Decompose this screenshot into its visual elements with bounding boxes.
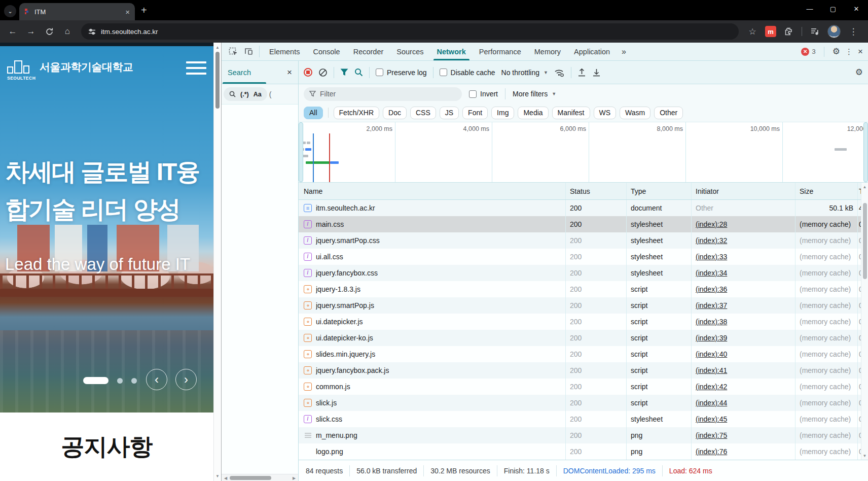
match-case-toggle[interactable]: Aa <box>254 91 262 98</box>
bookmark-star-icon[interactable]: ☆ <box>745 24 760 39</box>
column-header-initiator[interactable]: Initiator <box>692 183 795 199</box>
table-row[interactable]: ‹›common.js200script(index):42(memory ca… <box>299 379 868 395</box>
table-row[interactable]: ‹›jquery-1.8.3.js200script(index):36(mem… <box>299 281 868 297</box>
search-close-icon[interactable]: × <box>287 67 292 78</box>
tab-memory[interactable]: Memory <box>528 43 567 60</box>
request-initiator-link[interactable]: (index):75 <box>696 431 727 439</box>
table-row[interactable]: ‹›slides.min.jquery.js200script(index):4… <box>299 346 868 362</box>
request-initiator-link[interactable]: (index):37 <box>696 301 727 310</box>
request-initiator-link[interactable]: (index):39 <box>696 334 727 342</box>
filter-funnel-icon[interactable] <box>340 68 348 76</box>
chip-css[interactable]: CSS <box>410 107 436 119</box>
chip-doc[interactable]: Doc <box>383 107 407 119</box>
table-row[interactable]: /jquery.fancybox.css200stylesheet(index)… <box>299 265 868 281</box>
search-network-icon[interactable] <box>354 68 363 77</box>
request-initiator-link[interactable]: (index):32 <box>696 236 727 245</box>
preserve-log-checkbox[interactable]: Preserve log <box>376 68 427 77</box>
reading-list-icon[interactable] <box>807 24 822 39</box>
window-minimize-button[interactable]: — <box>798 0 821 17</box>
carousel-prev-button[interactable]: ‹ <box>146 369 167 390</box>
scrollbar-thumb[interactable] <box>215 52 220 109</box>
extension-m-icon[interactable]: m <box>765 26 776 37</box>
request-initiator-link[interactable]: (index):28 <box>696 220 727 228</box>
back-icon[interactable]: ← <box>5 24 20 39</box>
scrollbar-up-arrow-icon[interactable]: ▲ <box>214 44 221 51</box>
invert-checkbox[interactable]: Invert <box>469 90 498 98</box>
chip-ws[interactable]: WS <box>594 107 617 119</box>
window-maximize-button[interactable]: ▢ <box>821 0 845 17</box>
chip-wasm[interactable]: Wasm <box>620 107 650 119</box>
column-header-status[interactable]: Status <box>566 183 627 199</box>
reload-icon[interactable] <box>42 24 57 39</box>
filter-input[interactable]: Filter <box>304 87 462 101</box>
export-har-icon[interactable] <box>592 68 601 77</box>
request-initiator-link[interactable]: (index):36 <box>696 285 727 293</box>
window-close-button[interactable]: ✕ <box>845 0 868 17</box>
devtools-settings-gear-icon[interactable]: ⚙ <box>833 46 840 57</box>
site-settings-icon[interactable] <box>88 28 96 36</box>
chip-all[interactable]: All <box>304 107 323 119</box>
carousel-next-button[interactable]: › <box>175 369 197 390</box>
carousel-indicator[interactable] <box>131 378 137 384</box>
search-input[interactable]: (.*) Aa <box>224 87 267 101</box>
console-error-badge[interactable]: ✕ 3 <box>801 48 816 56</box>
chip-js[interactable]: JS <box>440 107 459 119</box>
request-initiator-link[interactable]: (index):76 <box>696 448 727 456</box>
chip-fetchxhr[interactable]: Fetch/XHR <box>334 107 379 119</box>
table-vertical-scrollbar[interactable]: ▲ ▼ <box>861 183 868 460</box>
table-row[interactable]: ‹›ui.datepicker.js200script(index):38(me… <box>299 314 868 330</box>
table-row[interactable]: m_menu.png200png(index):75(memory cache)… <box>299 427 868 443</box>
browser-tab[interactable]: ITM × <box>19 3 135 20</box>
scrollbar-left-arrow-icon[interactable]: ◀ <box>223 474 229 481</box>
tab-application[interactable]: Application <box>567 43 617 60</box>
page-vertical-scrollbar[interactable]: ▲ ▼ <box>213 43 221 481</box>
scrollbar-up-arrow-icon[interactable]: ▲ <box>861 183 868 190</box>
table-row[interactable]: ‹›jquery.smartPop.js200script(index):37(… <box>299 297 868 314</box>
request-initiator-link[interactable]: (index):38 <box>696 318 727 326</box>
request-initiator-link[interactable]: (index):41 <box>696 366 727 374</box>
request-initiator-link[interactable]: (index):34 <box>696 269 727 277</box>
tab-elements[interactable]: Elements <box>263 43 306 60</box>
carousel-indicator[interactable] <box>117 378 123 384</box>
chip-media[interactable]: Media <box>518 107 548 119</box>
timeline-range-handle-right[interactable] <box>863 122 868 182</box>
address-bar[interactable]: itm.seoultech.ac.kr <box>81 23 739 40</box>
column-header-type[interactable]: Type <box>627 183 692 199</box>
devtools-close-icon[interactable]: × <box>858 47 863 57</box>
tab-performance[interactable]: Performance <box>473 43 528 60</box>
throttling-dropdown[interactable]: No throttling ▼ <box>501 68 548 77</box>
table-row[interactable]: /ui.all.css200stylesheet(index):33(memor… <box>299 249 868 265</box>
inspect-element-icon[interactable] <box>226 43 241 60</box>
table-row[interactable]: ‹›jquery.fancybox.pack.js200script(index… <box>299 362 868 379</box>
request-initiator-link[interactable]: (index):33 <box>696 253 727 261</box>
tab-recorder[interactable]: Recorder <box>347 43 390 60</box>
request-initiator-link[interactable]: (index):45 <box>696 415 727 423</box>
disable-cache-checkbox[interactable]: Disable cache <box>440 68 495 77</box>
chip-img[interactable]: Img <box>491 107 514 119</box>
request-initiator-link[interactable]: (index):40 <box>696 350 727 358</box>
record-network-log-icon[interactable] <box>304 68 312 77</box>
table-row[interactable]: /slick.css200stylesheet(index):45(memory… <box>299 411 868 427</box>
scrollbar-thumb[interactable] <box>863 203 867 279</box>
tab-network[interactable]: Network <box>430 43 473 60</box>
table-row[interactable]: logo.png200png(index):76(memory cache)0. <box>299 443 868 460</box>
carousel-indicator-active[interactable] <box>83 377 108 384</box>
search-tab[interactable]: Search <box>228 68 251 77</box>
scrollbar-down-arrow-icon[interactable]: ▼ <box>861 452 868 459</box>
network-conditions-icon[interactable] <box>554 68 565 77</box>
column-header-size[interactable]: Size <box>795 183 858 199</box>
tab-close-icon[interactable]: × <box>125 8 130 16</box>
more-filters-dropdown[interactable]: More filters ▼ <box>513 90 556 98</box>
table-row[interactable]: ‹›slick.js200script(index):44(memory cac… <box>299 395 868 411</box>
table-row[interactable]: /main.css200stylesheet(index):28(memory … <box>299 216 868 232</box>
site-logo[interactable]: SEOULTECH 서울과학기술대학교 <box>7 59 133 75</box>
clear-network-log-icon[interactable] <box>318 68 328 77</box>
new-tab-button[interactable]: + <box>141 5 147 16</box>
table-row[interactable]: ‹›ui.datepicker-ko.js200script(index):39… <box>299 330 868 346</box>
table-row[interactable]: /jquery.smartPop.css200stylesheet(index)… <box>299 232 868 249</box>
chip-other[interactable]: Other <box>654 107 683 119</box>
scrollbar-down-arrow-icon[interactable]: ▼ <box>214 472 221 480</box>
regex-toggle[interactable]: (.*) <box>240 91 249 98</box>
more-tabs-button[interactable]: » <box>617 43 631 60</box>
scrollbar-right-arrow-icon[interactable]: ▶ <box>291 474 297 481</box>
